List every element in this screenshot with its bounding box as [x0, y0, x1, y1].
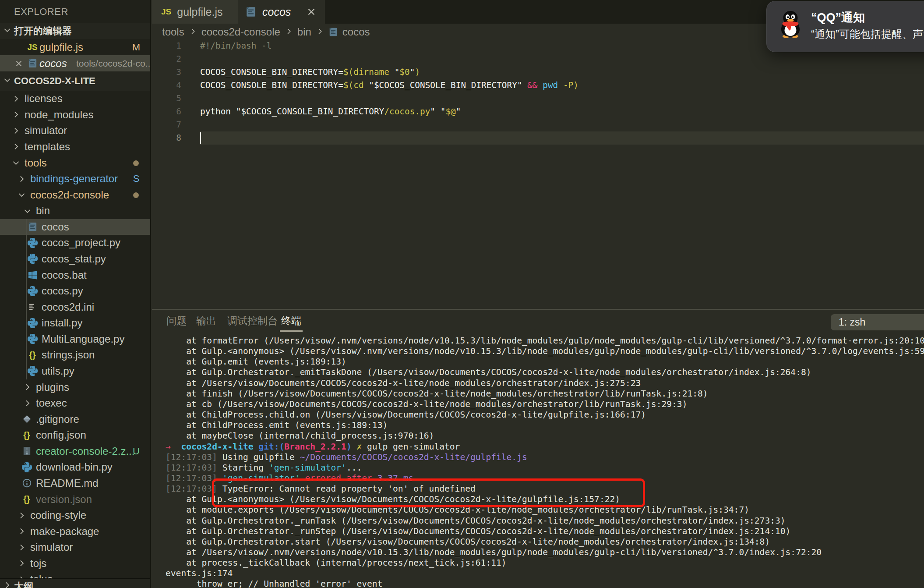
tree-item-MultiLanguage.py[interactable]: MultiLanguage.py [0, 331, 151, 347]
file-icon-slot [21, 445, 32, 458]
tree-item-label: strings.json [42, 349, 95, 361]
tree-item-cocos[interactable]: cocos [0, 219, 151, 235]
terminal-shell-selector[interactable]: 1: zsh [831, 314, 924, 330]
git-status-badge: U [130, 446, 142, 457]
tree-item-creator-console-2.z...[interactable]: creator-console-2.z...U [0, 443, 151, 460]
code-segment: /cocos.py [384, 106, 430, 117]
tree-item-make-package[interactable]: make-package [0, 523, 151, 539]
tree-item-toexec[interactable]: toexec [0, 395, 151, 411]
tree-item-bindings-generator[interactable]: bindings-generatorS [0, 171, 151, 187]
close-icon [14, 59, 24, 68]
terminal-segment: gulp gen-simulator [362, 442, 460, 452]
tab-gulpfile.js[interactable]: JSgulpfile.js [152, 0, 238, 24]
chevron-right-icon [17, 559, 26, 568]
tree-item-templates[interactable]: templates [0, 139, 151, 155]
tree-item-strings.json[interactable]: {}strings.json [0, 347, 151, 363]
close-icon [306, 6, 317, 18]
expand-slot [10, 140, 21, 153]
file-icon-slot [27, 333, 38, 346]
workspace-section-header[interactable]: COCOS2D-X-LITE [0, 71, 150, 91]
panel-tab-输出[interactable]: 输出 [196, 314, 216, 328]
tree-item-coding-style[interactable]: coding-style [0, 507, 151, 524]
open-editor-item-gulpfile.js[interactable]: JSgulpfile.jsM [0, 39, 151, 55]
tree-item-download-bin.py[interactable]: download-bin.py [0, 459, 151, 475]
terminal-segment: at process._tickCallback (internal/proce… [166, 558, 507, 568]
tree-item-version.json[interactable]: {}version.json [0, 491, 151, 507]
editor-area: JSgulpfile.jscocos toolscocos2d-consoleb… [152, 0, 924, 588]
terminal-segment: at /Users/visow/Documents/COCOS/cocos2d-… [166, 378, 641, 388]
breadcrumb-item-bin[interactable]: bin [297, 26, 311, 38]
panel-tab-终端[interactable]: 终端 [281, 314, 301, 328]
tree-item-cocos_project.py[interactable]: cocos_project.py [0, 235, 151, 251]
tree-item-cocos.py[interactable]: cocos.py [0, 283, 151, 299]
terminal-segment: at /Users/visow/.nvm/versions/node/v10.1… [166, 547, 822, 557]
tree-item-plugins[interactable]: plugins [0, 379, 151, 395]
terminal-segment: → [166, 442, 171, 452]
terminal-line: [12:17:03] Using gulpfile ~/Documents/CO… [166, 452, 527, 463]
tree-item-cocos2d-console[interactable]: cocos2d-console [0, 187, 151, 203]
file-icon-slot: {} [27, 348, 38, 361]
open-editor-item-cocos[interactable]: cocostools/cocos2d-co... [0, 55, 151, 71]
tree-item-label: cocos.bat [42, 269, 87, 281]
terminal-segment: ✗ [356, 442, 362, 452]
chevron-right-icon [17, 511, 26, 520]
chevron-down-icon [17, 190, 26, 199]
file-icon-slot [27, 301, 38, 314]
panel-tab-调试控制台[interactable]: 调试控制台 [227, 314, 278, 328]
breadcrumb-item-cocos[interactable]: cocos [342, 26, 370, 38]
terminal-output[interactable]: at formatError (/Users/visow/.nvm/versio… [166, 336, 924, 588]
tree-item-label: plugins [36, 381, 69, 393]
explorer-title: EXPLORER [14, 6, 68, 18]
tree-item-install.py[interactable]: install.py [0, 315, 151, 331]
tree-item-cocos.bat[interactable]: cocos.bat [0, 267, 151, 283]
file-icon-slot [27, 236, 38, 249]
tree-item-config.json[interactable]: {}config.json [0, 427, 151, 443]
bottom-panel: 问题输出调试控制台终端 1: zsh at formatError (/User… [152, 310, 924, 588]
info-icon [22, 477, 32, 489]
code-line-2: 2 [152, 53, 924, 66]
tree-item-label: licenses [25, 92, 63, 105]
outline-section-header[interactable]: 大纲 [0, 578, 150, 588]
close-icon-slot[interactable] [13, 57, 25, 70]
tree-item-node_modules[interactable]: node_modules [0, 107, 151, 123]
tree-item-simulator[interactable]: simulator [0, 123, 151, 139]
tree-item-label: bindings-generator [30, 173, 118, 185]
tree-item-tools[interactable]: tools [0, 155, 151, 171]
chevron-right-icon [189, 27, 197, 35]
code-segment: $@ [445, 106, 455, 117]
tree-item-cocos2d.ini[interactable]: cocos2d.ini [0, 299, 151, 315]
chevron-right-icon [23, 383, 32, 392]
chevron-down-icon [3, 75, 12, 85]
tree-item-licenses[interactable]: licenses [0, 91, 151, 107]
code-line-5: 5 [152, 92, 924, 105]
file-icon-slot: {} [21, 429, 32, 442]
tree-item-label: make-package [30, 525, 99, 538]
explorer-sidebar: EXPLORER 打开的编辑器 JSgulpfile.jsMcocostools… [0, 0, 151, 588]
panel-tab-问题[interactable]: 问题 [166, 314, 187, 328]
close-icon-slot[interactable] [306, 6, 317, 18]
breadcrumb-item-tools[interactable]: tools [162, 26, 184, 38]
line-number: 8 [152, 131, 181, 145]
breadcrumb-item-cocos2d-console[interactable]: cocos2d-console [201, 26, 280, 38]
terminal-line: at maybeClose (internal/child_process.js… [166, 431, 434, 441]
code-editor[interactable]: 1#!/bin/bash -l23COCOS_CONSOLE_BIN_DIREC… [152, 40, 924, 309]
tab-icon-slot: JS [161, 7, 171, 17]
tree-item-tojs[interactable]: tojs [0, 556, 151, 572]
qq-notification[interactable]: “QQ”通知 “通知”可能包括提醒、声音 [766, 1, 924, 52]
tree-item-bin[interactable]: bin [0, 203, 151, 219]
doc-icon [328, 26, 338, 38]
python-icon [28, 317, 38, 329]
tab-cocos[interactable]: cocos [238, 0, 325, 24]
breadcrumb-file-icon-slot [328, 26, 338, 38]
doc-icon [28, 57, 38, 69]
terminal-shell-selector-label: 1: zsh [839, 316, 865, 328]
code-line-6: 6python "$COCOS_CONSOLE_BIN_DIRECTORY/co… [152, 105, 924, 118]
tree-item-.gitignore[interactable]: .gitignore [0, 411, 151, 427]
tree-item-README.md[interactable]: README.md [0, 475, 151, 492]
doc-icon [245, 6, 257, 18]
terminal-line: at ChildProcess.child.on (/Users/visow/D… [166, 410, 646, 420]
tree-item-utils.py[interactable]: utils.py [0, 363, 151, 379]
tree-item-simulator[interactable]: simulator [0, 539, 151, 556]
open-editors-section-header[interactable]: 打开的编辑器 [0, 23, 150, 39]
tree-item-cocos_stat.py[interactable]: cocos_stat.py [0, 251, 151, 267]
